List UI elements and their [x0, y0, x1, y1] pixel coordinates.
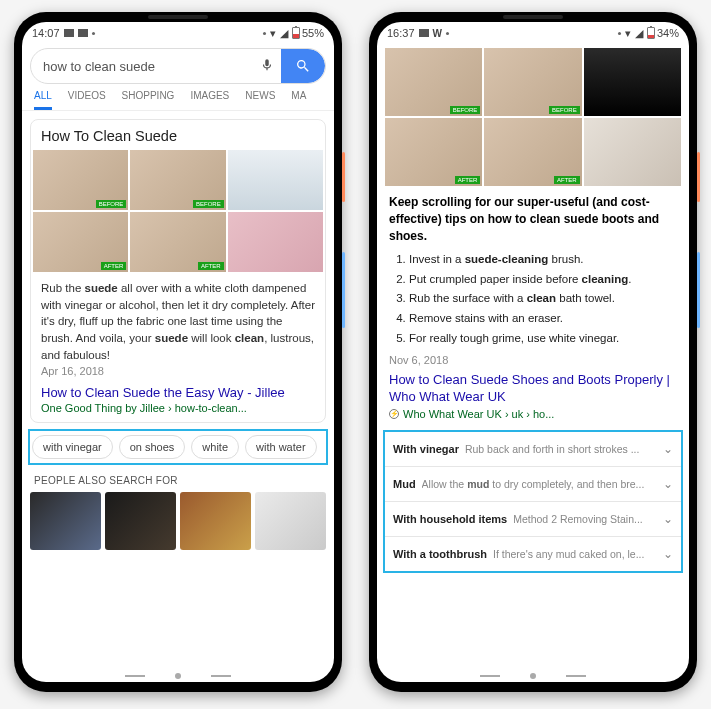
- snippet-image[interactable]: [228, 150, 323, 210]
- pas-item[interactable]: [105, 492, 176, 550]
- signal-icon: ◢: [280, 27, 288, 40]
- featured-snippet-card: How To Clean Suede BEFORE BEFORE AFTER A…: [30, 119, 326, 423]
- chevron-down-icon: ⌄: [663, 442, 673, 456]
- result-image[interactable]: BEFORE: [484, 48, 581, 116]
- tab-all[interactable]: ALL: [34, 90, 52, 110]
- result-content: BEFORE BEFORE AFTER AFTER Keep scrolling…: [377, 44, 689, 426]
- step-item: Remove stains with an eraser.: [409, 309, 677, 329]
- snippet-image[interactable]: BEFORE: [130, 150, 225, 210]
- snippet-image[interactable]: AFTER: [33, 212, 128, 272]
- pas-item[interactable]: [30, 492, 101, 550]
- status-time: 16:37: [387, 27, 415, 39]
- tab-videos[interactable]: VIDEOS: [68, 90, 106, 110]
- android-navbar: [377, 672, 689, 682]
- result-image[interactable]: AFTER: [385, 118, 482, 186]
- accordion-sub: Allow the mud to dry completely, and the…: [422, 478, 657, 490]
- accordion-sub: Rub back and forth in short strokes ...: [465, 443, 657, 455]
- result-image[interactable]: AFTER: [484, 118, 581, 186]
- nav-back[interactable]: [125, 675, 145, 677]
- image-tag: BEFORE: [193, 200, 224, 208]
- result-image[interactable]: BEFORE: [385, 48, 482, 116]
- snippet-image[interactable]: [228, 212, 323, 272]
- status-bar: 14:07 ▾ ◢ 55%: [22, 22, 334, 44]
- volume-button: [342, 252, 345, 328]
- chip[interactable]: with vinegar: [32, 435, 113, 459]
- battery-indicator: 34%: [647, 27, 679, 39]
- status-dot: [92, 32, 95, 35]
- nav-recent[interactable]: [211, 675, 231, 677]
- nav-recent[interactable]: [566, 675, 586, 677]
- step-item: Rub the surface with a clean bath towel.: [409, 289, 677, 309]
- result-image[interactable]: [584, 118, 681, 186]
- snippet-image[interactable]: BEFORE: [33, 150, 128, 210]
- result-headline: Keep scrolling for our super-useful (and…: [385, 186, 681, 250]
- status-icon: [419, 29, 429, 37]
- wifi-icon: ▾: [270, 27, 276, 40]
- step-item: Invest in a suede-cleaning brush.: [409, 250, 677, 270]
- status-icon: [64, 29, 74, 37]
- phone-left: 14:07 ▾ ◢ 55%: [14, 12, 342, 692]
- nav-back[interactable]: [480, 675, 500, 677]
- chevron-down-icon: ⌄: [663, 547, 673, 561]
- result-date: Nov 6, 2018: [385, 348, 681, 372]
- battery-indicator: 55%: [292, 27, 324, 39]
- image-tag: BEFORE: [549, 106, 580, 114]
- accordion-row[interactable]: With vinegar Rub back and forth in short…: [385, 432, 681, 466]
- accordion-sub: Method 2 Removing Stain...: [513, 513, 657, 525]
- chip[interactable]: on shoes: [119, 435, 186, 459]
- image-tag: AFTER: [554, 176, 580, 184]
- search-bar[interactable]: [30, 48, 326, 84]
- nav-home[interactable]: [530, 673, 536, 679]
- accordion-refinements: With vinegar Rub back and forth in short…: [383, 430, 683, 573]
- chip[interactable]: with water: [245, 435, 317, 459]
- image-tag: AFTER: [198, 262, 224, 270]
- amp-icon: ⚡: [389, 409, 399, 419]
- chip[interactable]: white: [191, 435, 239, 459]
- tab-shopping[interactable]: SHOPPING: [122, 90, 175, 110]
- status-time: 14:07: [32, 27, 60, 39]
- search-input[interactable]: [43, 59, 253, 74]
- accordion-title: With a toothbrush: [393, 548, 487, 560]
- result-image-grid: BEFORE BEFORE AFTER AFTER: [385, 48, 681, 186]
- screen-left: 14:07 ▾ ◢ 55%: [22, 22, 334, 682]
- people-also-search-title: PEOPLE ALSO SEARCH FOR: [22, 465, 334, 492]
- cite-text: Who What Wear UK › uk › ho...: [403, 408, 554, 420]
- refinement-chips: with vinegar on shoes white with water: [28, 429, 328, 465]
- tab-news[interactable]: NEWS: [245, 90, 275, 110]
- power-button: [697, 152, 700, 202]
- image-tag: BEFORE: [450, 106, 481, 114]
- search-button[interactable]: [281, 49, 325, 83]
- step-item: For really tough grime, use white vinega…: [409, 329, 677, 349]
- image-tag: AFTER: [455, 176, 481, 184]
- accordion-title: With vinegar: [393, 443, 459, 455]
- snippet-image-grid: BEFORE BEFORE AFTER AFTER: [31, 150, 325, 272]
- accordion-row[interactable]: With household items Method 2 Removing S…: [385, 501, 681, 536]
- chevron-down-icon: ⌄: [663, 512, 673, 526]
- result-image[interactable]: [584, 48, 681, 116]
- result-steps: Invest in a suede-cleaning brush. Put cr…: [385, 250, 681, 348]
- tab-images[interactable]: IMAGES: [190, 90, 229, 110]
- people-also-search-row: [22, 492, 334, 550]
- mic-icon[interactable]: [253, 58, 281, 75]
- accordion-title: With household items: [393, 513, 507, 525]
- tab-more[interactable]: MA: [291, 90, 306, 110]
- accordion-title: Mud: [393, 478, 416, 490]
- snippet-link[interactable]: How to Clean Suede the Easy Way - Jillee: [31, 385, 325, 402]
- phone-right: 16:37 W ▾ ◢ 34% BEFORE BEFORE AFTER: [369, 12, 697, 692]
- status-icon: W: [433, 28, 442, 39]
- accordion-row[interactable]: Mud Allow the mud to dry completely, and…: [385, 466, 681, 501]
- battery-percent: 34%: [657, 27, 679, 39]
- search-tabs: ALL VIDEOS SHOPPING IMAGES NEWS MA: [22, 84, 334, 111]
- accordion-row[interactable]: With a toothbrush If there's any mud cak…: [385, 536, 681, 571]
- result-link[interactable]: How to Clean Suede Shoes and Boots Prope…: [385, 372, 681, 406]
- accordion-sub: If there's any mud caked on, le...: [493, 548, 657, 560]
- image-tag: AFTER: [101, 262, 127, 270]
- snippet-image[interactable]: AFTER: [130, 212, 225, 272]
- pas-item[interactable]: [180, 492, 251, 550]
- pas-item[interactable]: [255, 492, 326, 550]
- status-icon: [78, 29, 88, 37]
- status-dot: [618, 32, 621, 35]
- step-item: Put crumpled paper inside before cleanin…: [409, 270, 677, 290]
- nav-home[interactable]: [175, 673, 181, 679]
- snippet-cite: One Good Thing by Jillee › how-to-clean.…: [31, 402, 325, 422]
